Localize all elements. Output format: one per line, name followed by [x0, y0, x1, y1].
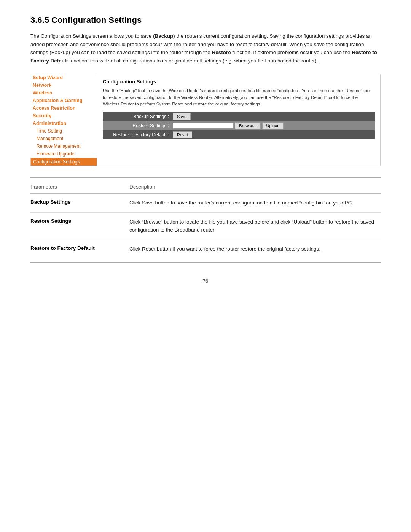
intro-paragraph: The Configuration Settings screen allows…: [30, 32, 381, 65]
settings-table: Backup Settings : Save Restore Settings …: [103, 112, 375, 139]
sidebar-item-network[interactable]: Network: [30, 81, 97, 89]
sidebar-item-application-gaming[interactable]: Application & Gaming: [30, 97, 97, 104]
upload-button[interactable]: Upload: [262, 122, 284, 129]
sidebar-item-wireless[interactable]: Wireless: [30, 89, 97, 97]
sidebar-item-setup-wizard[interactable]: Setup Wizard: [30, 74, 97, 81]
content-panel-title: Configuration Settings: [103, 79, 375, 85]
backup-settings-controls: Save: [171, 112, 375, 121]
bold-restore-factory: Restore to Factory Default: [30, 50, 377, 64]
factory-default-label: Restore to Factory Default :: [103, 130, 171, 139]
content-panel: Configuration Settings Use the "Backup" …: [97, 74, 381, 166]
browse-button[interactable]: Browse...: [235, 122, 261, 129]
content-panel-desc: Use the "Backup" tool to save the Wirele…: [103, 88, 375, 107]
sidebar-item-security[interactable]: Security: [30, 112, 97, 120]
reset-button[interactable]: Reset: [173, 131, 192, 138]
params-section: Parameters Description Backup Settings C…: [30, 177, 381, 263]
restore-file-input[interactable]: [173, 123, 234, 129]
param-name-factory: Restore to Factory Default: [30, 245, 129, 253]
sidebar-item-remote-management[interactable]: Remote Management: [30, 142, 97, 150]
page-number: 76: [30, 278, 381, 284]
save-button[interactable]: Save: [173, 113, 191, 120]
sidebar-item-management[interactable]: Management: [30, 135, 97, 142]
param-name-restore: Restore Settings: [30, 218, 129, 234]
param-row-backup: Backup Settings Click Save button to sav…: [30, 194, 381, 213]
factory-default-row: Restore to Factory Default : Reset: [103, 130, 375, 139]
param-desc-restore: Click “Browse” button to locate the file…: [129, 218, 381, 234]
sidebar-item-administration[interactable]: Administration: [30, 120, 97, 127]
sidebar-item-time-setting[interactable]: Time Setting: [30, 127, 97, 135]
main-layout: Setup Wizard Network Wireless Applicatio…: [30, 74, 381, 166]
sidebar-item-firmware-upgrade[interactable]: Firmware Upgrade: [30, 150, 97, 158]
backup-settings-label: Backup Settings :: [103, 112, 171, 121]
col-param-header: Parameters: [30, 184, 129, 190]
sidebar-item-configuration-settings[interactable]: Configuration Settings: [30, 158, 97, 166]
param-desc-factory: Click Reset button if you want to force …: [129, 245, 381, 253]
param-row-factory: Restore to Factory Default Click Reset b…: [30, 240, 381, 259]
bold-restore: Restore: [212, 50, 231, 55]
param-row-restore: Restore Settings Click “Browse” button t…: [30, 213, 381, 240]
param-desc-backup: Click Save button to save the router's c…: [129, 199, 381, 207]
page-title: 3.6.5 Configuration Settings: [30, 15, 381, 25]
col-desc-header: Description: [129, 184, 381, 190]
factory-default-controls: Reset: [171, 130, 375, 139]
backup-settings-row: Backup Settings : Save: [103, 112, 375, 121]
sidebar: Setup Wizard Network Wireless Applicatio…: [30, 74, 97, 166]
sidebar-item-access-restriction[interactable]: Access Restriction: [30, 104, 97, 112]
bold-backup: Backup: [155, 33, 173, 39]
restore-settings-label: Restore Settings :: [103, 121, 171, 130]
params-header: Parameters Description: [30, 182, 381, 194]
param-name-backup: Backup Settings: [30, 199, 129, 207]
restore-settings-controls: Browse... Upload: [171, 121, 375, 130]
restore-settings-row: Restore Settings : Browse... Upload: [103, 121, 375, 130]
